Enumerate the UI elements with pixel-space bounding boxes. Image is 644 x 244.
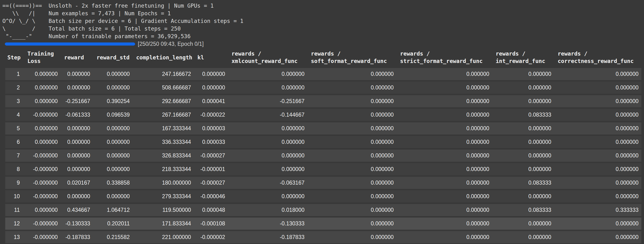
cell-training_loss: -0.000000: [24, 163, 60, 175]
cell-completion_length: 171.833344: [132, 218, 194, 230]
cell-rewards_xmlcount_reward_func: -0.063167: [228, 177, 307, 189]
cell-rewards_soft_format_reward_func: 0.000000: [307, 122, 396, 134]
cell-rewards_correctness_reward_func: 0.000000: [554, 177, 642, 189]
cell-kl: -0.000027: [194, 150, 228, 162]
cell-reward: -0.061333: [60, 109, 93, 121]
cell-reward_std: 0.338858: [93, 177, 132, 189]
progress-bar-fill: [5, 42, 135, 46]
cell-rewards_strict_format_reward_func: 0.000000: [396, 218, 492, 230]
cell-kl: -0.000022: [194, 109, 228, 121]
column-header-reward-std: reward_std: [93, 48, 132, 66]
cell-reward_std: 0.096539: [93, 109, 132, 121]
cell-training_loss: -0.000000: [24, 177, 60, 189]
cell-reward_std: 0.390254: [93, 95, 132, 107]
cell-rewards_correctness_reward_func: 0.000000: [554, 150, 642, 162]
cell-rewards_strict_format_reward_func: 0.000000: [396, 150, 492, 162]
cell-rewards_strict_format_reward_func: 0.000000: [396, 136, 492, 148]
cell-rewards_xmlcount_reward_func: 0.000000: [228, 190, 307, 202]
table-row: 50.0000000.0000000.000000167.3333440.000…: [5, 122, 642, 134]
cell-step: 12: [5, 218, 24, 230]
cell-step: 11: [5, 204, 24, 216]
cell-reward: 0.000000: [60, 122, 93, 134]
cell-reward_std: 0.000000: [93, 82, 132, 94]
cell-reward: 0.000000: [60, 82, 93, 94]
cell-rewards_int_reward_func: 0.000000: [492, 163, 554, 175]
column-header-rewards-soft-format: rewards / soft_format_reward_func: [307, 48, 396, 66]
cell-rewards_int_reward_func: 0.000000: [492, 95, 554, 107]
cell-step: 2: [5, 82, 24, 94]
cell-reward: 0.000000: [60, 136, 93, 148]
cell-reward_std: 1.064712: [93, 204, 132, 216]
cell-rewards_xmlcount_reward_func: -0.251667: [228, 95, 307, 107]
cell-completion_length: 218.333344: [132, 163, 194, 175]
cell-rewards_int_reward_func: 0.083333: [492, 204, 554, 216]
cell-rewards_soft_format_reward_func: 0.000000: [307, 231, 396, 243]
cell-completion_length: 267.166687: [132, 109, 194, 121]
cell-rewards_correctness_reward_func: 0.000000: [554, 231, 642, 243]
cell-step: 13: [5, 231, 24, 243]
training-metrics-table: Step Training Loss reward reward_std com…: [5, 47, 642, 244]
cell-rewards_soft_format_reward_func: 0.000000: [307, 218, 396, 230]
cell-rewards_int_reward_func: 0.083333: [492, 109, 554, 121]
notebook-training-output: ==((====))== Unsloth - 2x faster free fi…: [0, 0, 644, 244]
cell-rewards_strict_format_reward_func: 0.000000: [396, 204, 492, 216]
cell-rewards_int_reward_func: 0.000000: [492, 122, 554, 134]
cell-rewards_int_reward_func: 0.000000: [492, 218, 554, 230]
cell-reward_std: 0.000000: [93, 68, 132, 80]
cell-rewards_soft_format_reward_func: 0.000000: [307, 82, 396, 94]
cell-rewards_correctness_reward_func: 0.333333: [554, 204, 642, 216]
cell-reward_std: 0.000000: [93, 136, 132, 148]
cell-reward_std: 0.000000: [93, 190, 132, 202]
cell-training_loss: 0.000000: [24, 82, 60, 94]
cell-rewards_int_reward_func: 0.000000: [492, 136, 554, 148]
cell-rewards_int_reward_func: 0.000000: [492, 231, 554, 243]
column-header-rewards-correctness: rewards / correctness_reward_func: [554, 48, 642, 66]
cell-completion_length: 508.666687: [132, 82, 194, 94]
cell-step: 6: [5, 136, 24, 148]
cell-rewards_strict_format_reward_func: 0.000000: [396, 95, 492, 107]
cell-rewards_xmlcount_reward_func: 0.018000: [228, 204, 307, 216]
cell-training_loss: 0.000000: [24, 122, 60, 134]
cell-kl: 0.000000: [194, 82, 228, 94]
column-header-step: Step: [5, 48, 24, 66]
cell-step: 4: [5, 109, 24, 121]
table-row: 7-0.0000000.0000000.000000326.833344-0.0…: [5, 150, 642, 162]
cell-rewards_soft_format_reward_func: 0.000000: [307, 109, 396, 121]
progress-status-label: [250/250 09:43, Epoch 0/1]: [138, 41, 204, 47]
column-header-rewards-xmlcount: rewards / xmlcount_reward_func: [228, 48, 307, 66]
cell-training_loss: -0.000000: [24, 231, 60, 243]
cell-completion_length: 292.666687: [132, 95, 194, 107]
cell-reward: -0.187833: [60, 231, 93, 243]
column-header-reward: reward: [60, 48, 93, 66]
cell-kl: -0.000002: [194, 231, 228, 243]
cell-reward_std: 0.000000: [93, 150, 132, 162]
cell-rewards_soft_format_reward_func: 0.000000: [307, 150, 396, 162]
cell-reward: -0.251667: [60, 95, 93, 107]
column-header-rewards-int: rewards / int_reward_func: [492, 48, 554, 66]
table-row: 60.0000000.0000000.000000336.3333440.000…: [5, 136, 642, 148]
cell-rewards_int_reward_func: 0.000000: [492, 82, 554, 94]
cell-step: 5: [5, 122, 24, 134]
cell-rewards_xmlcount_reward_func: 0.000000: [228, 136, 307, 148]
table-row: 20.0000000.0000000.000000508.6666870.000…: [5, 82, 642, 94]
cell-rewards_correctness_reward_func: 0.000000: [554, 68, 642, 80]
cell-rewards_correctness_reward_func: 0.000000: [554, 122, 642, 134]
progress-bar: [5, 42, 135, 46]
table-row: 13-0.000000-0.1878330.215582221.000000-0…: [5, 231, 642, 243]
cell-completion_length: 180.000000: [132, 177, 194, 189]
cell-rewards_soft_format_reward_func: 0.000000: [307, 95, 396, 107]
cell-step: 9: [5, 177, 24, 189]
cell-rewards_soft_format_reward_func: 0.000000: [307, 136, 396, 148]
cell-rewards_correctness_reward_func: 0.000000: [554, 218, 642, 230]
table-row: 110.0000000.4346671.064712119.5000000.00…: [5, 204, 642, 216]
unsloth-ascii-banner: ==((====))== Unsloth - 2x faster free fi…: [0, 0, 644, 40]
cell-step: 10: [5, 190, 24, 202]
cell-kl: 0.000048: [194, 204, 228, 216]
cell-kl: 0.000033: [194, 136, 228, 148]
cell-rewards_strict_format_reward_func: 0.000000: [396, 163, 492, 175]
cell-training_loss: -0.000000: [24, 109, 60, 121]
cell-kl: -0.000046: [194, 190, 228, 202]
cell-rewards_xmlcount_reward_func: -0.130333: [228, 218, 307, 230]
cell-rewards_soft_format_reward_func: 0.000000: [307, 190, 396, 202]
cell-completion_length: 167.333344: [132, 122, 194, 134]
